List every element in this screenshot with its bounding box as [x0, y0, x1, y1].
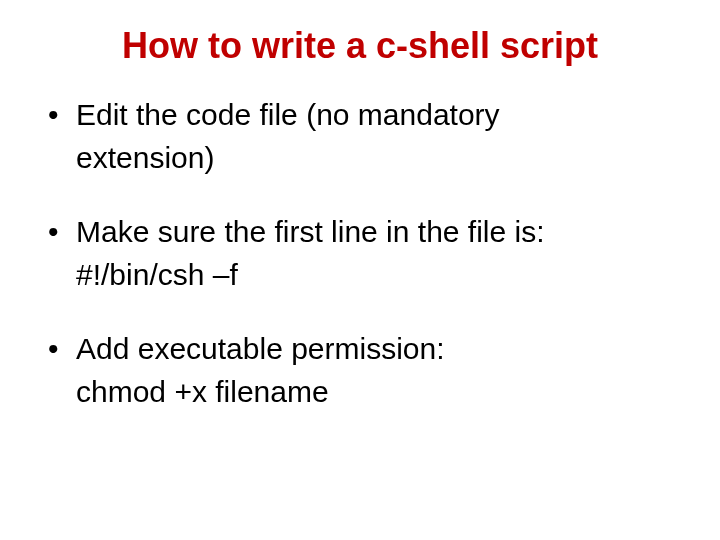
- slide-title: How to write a c-shell script: [40, 24, 680, 67]
- bullet-text-line1: Edit the code file (no mandatory: [76, 98, 500, 131]
- list-item: Add executable permission: chmod +x file…: [40, 329, 680, 412]
- slide: How to write a c-shell script Edit the c…: [0, 0, 720, 540]
- bullet-list: Edit the code file (no mandatory extensi…: [40, 95, 680, 412]
- bullet-text-line2: #!/bin/csh –f: [76, 255, 680, 296]
- list-item: Edit the code file (no mandatory extensi…: [40, 95, 680, 178]
- bullet-text-line1: Make sure the first line in the file is:: [76, 215, 545, 248]
- bullet-text-line2: extension): [76, 138, 680, 179]
- bullet-text-line2: chmod +x filename: [76, 372, 680, 413]
- list-item: Make sure the first line in the file is:…: [40, 212, 680, 295]
- bullet-text-line1: Add executable permission:: [76, 332, 445, 365]
